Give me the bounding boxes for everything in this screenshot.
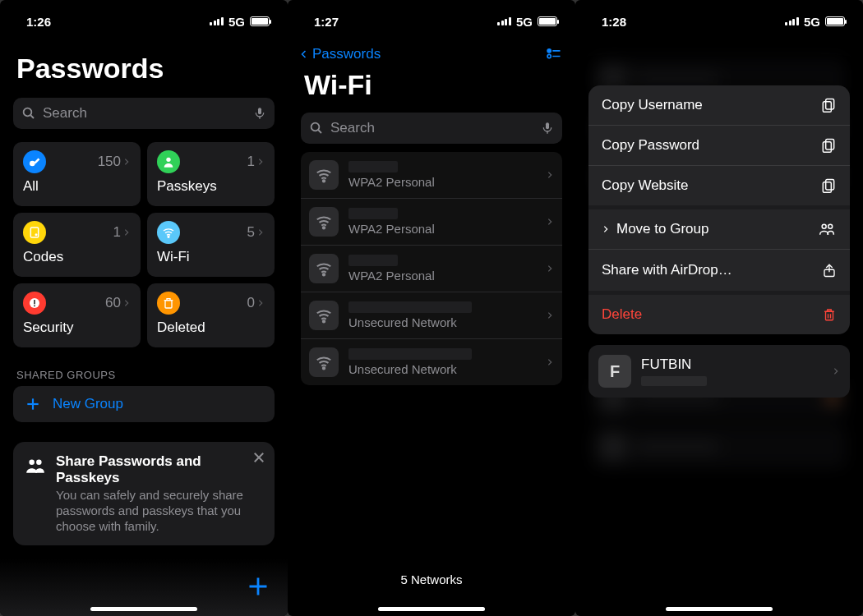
wifi-name-redacted	[348, 255, 398, 266]
tile-all[interactable]: 150 All	[13, 142, 141, 206]
clock: 1:26	[26, 15, 51, 29]
codes-icon	[23, 221, 46, 244]
menu-label: Copy Website	[602, 177, 689, 194]
plus-icon	[25, 396, 41, 412]
passkeys-icon	[157, 150, 180, 173]
mic-icon[interactable]	[541, 120, 554, 136]
svg-point-16	[29, 459, 35, 465]
back-label: Passwords	[312, 46, 381, 62]
tile-count: 150	[98, 154, 131, 170]
svg-point-24	[547, 54, 551, 57]
svg-point-26	[312, 123, 320, 131]
svg-rect-2	[258, 108, 261, 114]
svg-rect-44	[826, 311, 833, 320]
tile-wifi[interactable]: 5 Wi-Fi	[147, 213, 275, 277]
search-input[interactable]	[330, 120, 534, 136]
chevron-right-icon	[602, 223, 610, 236]
svg-point-41	[822, 224, 826, 228]
tile-label: Codes	[23, 249, 131, 265]
wifi-security: WPA2 Personal	[348, 269, 536, 283]
menu-label: Copy Password	[602, 137, 699, 154]
home-indicator[interactable]	[378, 607, 485, 611]
wifi-security: Unsecured Network	[348, 315, 536, 329]
new-group-button[interactable]: New Group	[13, 386, 275, 422]
menu-label: Delete	[602, 306, 642, 323]
search-input[interactable]	[43, 105, 247, 122]
tile-security[interactable]: 60 Security	[13, 283, 141, 347]
share-icon	[822, 261, 837, 279]
site-subtitle-redacted	[641, 376, 707, 386]
wifi-icon	[157, 221, 180, 244]
group-icon	[817, 221, 837, 237]
wifi-icon	[309, 160, 339, 190]
back-button[interactable]: Passwords	[299, 46, 381, 62]
svg-rect-36	[823, 102, 831, 112]
menu-label: Share with AirDrop…	[602, 262, 732, 278]
svg-point-8	[35, 234, 37, 236]
wifi-name-redacted	[348, 301, 472, 313]
network-label: 5G	[804, 15, 820, 29]
home-indicator[interactable]	[666, 607, 773, 611]
svg-rect-7	[30, 228, 38, 237]
status-bar: 1:26 5G	[0, 0, 288, 36]
people-icon	[25, 453, 46, 534]
sort-button[interactable]	[544, 46, 564, 62]
status-bar: 1:28 5G	[575, 0, 863, 36]
tile-passkeys[interactable]: 1 Passkeys	[147, 142, 275, 206]
page-title: Passwords	[0, 36, 288, 91]
wifi-row[interactable]: Unsecured Network	[301, 292, 562, 339]
share-airdrop-item[interactable]: Share with AirDrop…	[588, 250, 850, 295]
wifi-name-redacted	[348, 161, 398, 172]
mic-icon[interactable]	[253, 105, 266, 122]
move-to-group-item[interactable]: Move to Group	[588, 209, 850, 250]
chevron-right-icon	[256, 297, 265, 309]
wifi-security: WPA2 Personal	[348, 175, 536, 189]
tile-deleted[interactable]: 0 Deleted	[147, 283, 275, 347]
search-field[interactable]	[301, 113, 562, 144]
category-grid: 150 All 1 Passkeys 1	[0, 136, 288, 354]
selected-password-card[interactable]: F FUTBIN	[588, 345, 850, 398]
wifi-row[interactable]: Unsecured Network	[301, 339, 562, 385]
chevron-right-icon	[256, 156, 265, 168]
svg-point-31	[323, 227, 325, 228]
password-context-menu-screen: 1:28 5G Copy Username Copy Password Copy…	[575, 0, 863, 616]
wifi-icon	[309, 301, 339, 330]
close-icon[interactable]	[252, 450, 266, 465]
chevron-right-icon	[122, 156, 131, 168]
copy-username-item[interactable]: Copy Username	[588, 85, 850, 126]
share-promo-card[interactable]: Share Passwords and Passkeys You can saf…	[13, 442, 275, 545]
search-field[interactable]	[13, 98, 275, 129]
delete-item[interactable]: Delete	[588, 295, 850, 334]
home-indicator[interactable]	[90, 607, 197, 611]
new-group-label: New Group	[53, 396, 123, 412]
wifi-row[interactable]: WPA2 Personal	[301, 246, 562, 292]
tile-count: 60	[105, 295, 131, 311]
network-label: 5G	[516, 15, 533, 29]
svg-rect-37	[826, 140, 834, 150]
tile-label: Passkeys	[157, 178, 265, 195]
tile-label: All	[23, 178, 131, 195]
wifi-row[interactable]: WPA2 Personal	[301, 199, 562, 246]
tile-codes[interactable]: 1 Codes	[13, 213, 141, 277]
network-label: 5G	[228, 15, 245, 29]
deleted-icon	[157, 292, 180, 315]
tile-count: 0	[247, 295, 265, 311]
wifi-icon	[309, 254, 339, 283]
wifi-row[interactable]: WPA2 Personal	[301, 152, 562, 199]
battery-icon	[538, 16, 557, 26]
chevron-right-icon	[122, 227, 131, 238]
cellular-icon	[497, 17, 511, 25]
svg-rect-13	[165, 301, 172, 308]
context-menu: Copy Username Copy Password Copy Website…	[588, 85, 850, 334]
svg-point-12	[34, 305, 35, 306]
svg-point-6	[166, 158, 170, 162]
copy-icon	[820, 137, 837, 154]
cellular-icon	[785, 17, 799, 25]
wifi-icon	[309, 207, 339, 237]
wifi-name-redacted	[348, 348, 472, 360]
tile-count: 1	[247, 154, 265, 170]
copy-website-item[interactable]: Copy Website	[588, 166, 850, 209]
menu-label: Copy Username	[602, 97, 703, 113]
copy-password-item[interactable]: Copy Password	[588, 126, 850, 166]
add-button[interactable]	[247, 575, 270, 598]
